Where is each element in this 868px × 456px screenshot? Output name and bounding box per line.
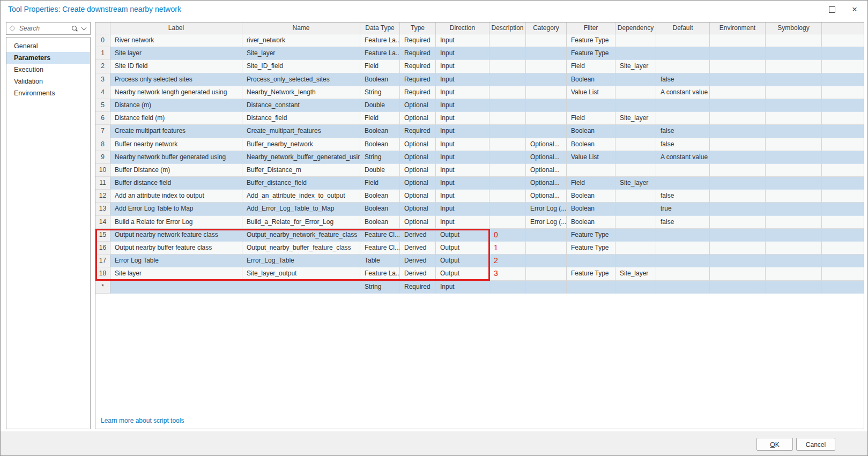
cell-description[interactable]: 0 [489, 229, 526, 242]
cell-filter[interactable]: Boolean [567, 73, 615, 86]
cell-dependency[interactable] [615, 281, 656, 294]
row-handle[interactable]: * [95, 281, 110, 294]
cell-name[interactable]: Process_only_selected_sites [242, 73, 360, 86]
cell-label[interactable]: Process only selected sites [110, 73, 242, 86]
cell-default[interactable]: false [656, 125, 710, 138]
search-icon[interactable] [71, 25, 78, 32]
cell-label[interactable]: Site ID field [110, 60, 242, 73]
cell-type[interactable]: Required [400, 73, 436, 86]
cell-category[interactable] [526, 242, 567, 255]
cell-dependency[interactable] [615, 216, 656, 229]
cell-direction[interactable]: Output [436, 267, 489, 280]
cell-symbology[interactable] [766, 255, 822, 267]
cell-label[interactable]: Nearby network buffer generated using [110, 151, 242, 164]
cell-type[interactable]: Derived [400, 267, 436, 280]
cell-environment[interactable] [710, 125, 766, 138]
sidebar-item-parameters[interactable]: Parameters [6, 52, 90, 64]
cell-environment[interactable] [710, 47, 766, 60]
cell-data_type[interactable]: Feature La... [360, 47, 400, 60]
cell-default[interactable] [656, 255, 710, 267]
cell-environment[interactable] [710, 229, 766, 242]
cell-name[interactable]: Site_layer_output [242, 267, 360, 280]
cell-symbology[interactable] [766, 151, 822, 164]
cell-label[interactable]: Nearby network length generated using [110, 86, 242, 99]
cell-label[interactable]: Distance (m) [110, 99, 242, 112]
cell-label[interactable]: Site layer [110, 267, 242, 280]
cell-category[interactable]: Optional... [526, 190, 567, 203]
cell-label[interactable]: Distance field (m) [110, 112, 242, 125]
cell-direction[interactable]: Input [436, 203, 489, 215]
cell-type[interactable]: Derived [400, 255, 436, 267]
cell-symbology[interactable] [766, 242, 822, 255]
cell-label[interactable]: Error Log Table [110, 255, 242, 267]
cell-filter[interactable]: Value List [567, 86, 615, 99]
cell-environment[interactable] [710, 164, 766, 177]
cell-environment[interactable] [710, 190, 766, 203]
close-button[interactable]: × [843, 1, 866, 18]
cell-environment[interactable] [710, 60, 766, 73]
cell-environment[interactable] [710, 138, 766, 151]
cell-symbology[interactable] [766, 86, 822, 99]
cell-name[interactable]: Error_Log_Table [242, 255, 360, 267]
cell-environment[interactable] [710, 281, 766, 294]
cell-default[interactable] [656, 229, 710, 242]
cell-data_type[interactable]: String [360, 86, 400, 99]
cell-default[interactable]: false [656, 73, 710, 86]
cell-category[interactable] [526, 125, 567, 138]
cell-dependency[interactable] [615, 86, 656, 99]
cell-label[interactable]: Buffer distance field [110, 177, 242, 190]
row-handle[interactable]: 5 [95, 99, 110, 112]
cell-category[interactable] [526, 73, 567, 86]
cell-direction[interactable]: Input [436, 73, 489, 86]
row-handle[interactable]: 10 [95, 164, 110, 177]
cell-data_type[interactable]: Boolean [360, 138, 400, 151]
cell-type[interactable]: Optional [400, 177, 436, 190]
row-handle[interactable]: 8 [95, 138, 110, 151]
cell-environment[interactable] [710, 267, 766, 280]
cell-filter[interactable] [567, 99, 615, 112]
cell-name[interactable]: Nearby_Network_length [242, 86, 360, 99]
cell-label[interactable]: Output nearby network feature class [110, 229, 242, 242]
cell-category[interactable] [526, 112, 567, 125]
cell-description[interactable] [489, 112, 526, 125]
cell-dependency[interactable] [615, 99, 656, 112]
cell-category[interactable] [526, 34, 567, 47]
cell-data_type[interactable]: Field [360, 177, 400, 190]
cell-data_type[interactable]: Double [360, 164, 400, 177]
cell-symbology[interactable] [766, 47, 822, 60]
cell-environment[interactable] [710, 203, 766, 215]
cell-type[interactable]: Derived [400, 242, 436, 255]
cell-dependency[interactable] [615, 73, 656, 86]
search-input[interactable] [18, 24, 71, 33]
cell-description[interactable] [489, 190, 526, 203]
cell-type[interactable]: Required [400, 47, 436, 60]
row-handle[interactable]: 15 [95, 229, 110, 242]
row-handle[interactable]: 11 [95, 177, 110, 190]
cell-default[interactable]: A constant value [656, 86, 710, 99]
row-handle[interactable]: 14 [95, 216, 110, 229]
cell-type[interactable]: Optional [400, 112, 436, 125]
cell-filter[interactable]: Value List [567, 151, 615, 164]
cell-label[interactable]: River network [110, 34, 242, 47]
cell-description[interactable] [489, 151, 526, 164]
cell-filter[interactable]: Field [567, 112, 615, 125]
cell-type[interactable]: Derived [400, 229, 436, 242]
cell-description[interactable] [489, 164, 526, 177]
cell-filter[interactable]: Boolean [567, 216, 615, 229]
cell-description[interactable] [489, 73, 526, 86]
cell-filter[interactable]: Field [567, 177, 615, 190]
cell-category[interactable] [526, 229, 567, 242]
cell-category[interactable]: Error Log (... [526, 216, 567, 229]
cell-category[interactable] [526, 281, 567, 294]
cell-environment[interactable] [710, 151, 766, 164]
cell-filter[interactable] [567, 255, 615, 267]
cell-environment[interactable] [710, 177, 766, 190]
cell-type[interactable]: Optional [400, 190, 436, 203]
cell-category[interactable]: Optional... [526, 164, 567, 177]
cell-direction[interactable]: Input [436, 190, 489, 203]
cell-name[interactable]: Distance_field [242, 112, 360, 125]
cell-data_type[interactable]: Double [360, 99, 400, 112]
cell-direction[interactable]: Output [436, 229, 489, 242]
cell-name[interactable]: Buffer_Distance_m [242, 164, 360, 177]
cell-data_type[interactable]: Boolean [360, 190, 400, 203]
